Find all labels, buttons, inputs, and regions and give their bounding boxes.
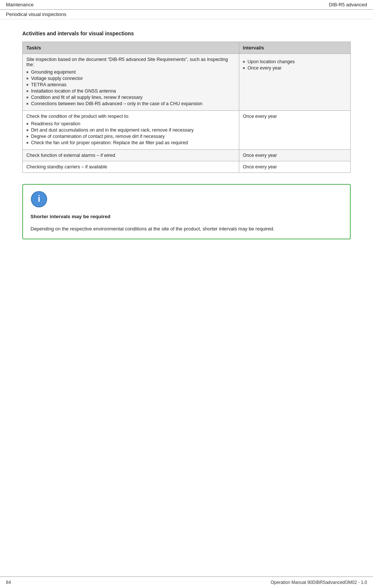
info-box: i Shorter intervals may be required Depe…: [22, 184, 351, 239]
task-list-item: Grounding equipment: [26, 70, 235, 75]
table-row: Site inspection based on the document "D…: [23, 54, 351, 111]
interval-list: Upon location changesOnce every year: [243, 59, 347, 71]
task-list-item: Dirt and dust accumulations on and in th…: [26, 127, 235, 133]
info-icon-wrap: i: [30, 191, 343, 208]
task-list-item: Connections between two DIB-R5 advanced …: [26, 101, 235, 106]
table-cell-task: Site inspection based on the document "D…: [23, 54, 239, 111]
task-list-item: Voltage supply connector: [26, 76, 235, 81]
interval-list-item: Once every year: [243, 65, 347, 71]
breadcrumb: Periodical visual inspections: [0, 10, 373, 19]
col-task-header: Task/s: [23, 42, 239, 54]
info-text: Depending on the respective environmenta…: [30, 225, 343, 233]
task-list-item: Installation location of the GNSS antenn…: [26, 88, 235, 94]
table-cell-interval: Once every year: [239, 150, 350, 161]
task-list: Grounding equipmentVoltage supply connec…: [26, 70, 235, 106]
svg-text:i: i: [38, 194, 40, 204]
table-cell-interval: Once every year: [239, 161, 350, 173]
table-cell-interval: Upon location changesOnce every year: [239, 54, 350, 111]
page-footer: 84 Operation Manual 90DIBR5advancedOM02 …: [0, 576, 373, 588]
info-icon: i: [30, 191, 48, 208]
header-right: DIB-R5 advanced: [329, 2, 367, 7]
footer-page-number: 84: [6, 580, 11, 585]
section-title: Activities and intervals for visual insp…: [22, 30, 351, 36]
interval-list-item: Upon location changes: [243, 59, 347, 64]
table-row: Check the condition of the product with …: [23, 111, 351, 150]
info-title: Shorter intervals may be required: [30, 214, 343, 219]
task-list-item: Degree of contamination of contact pins,…: [26, 134, 235, 139]
footer-doc-info: Operation Manual 90DIBR5advancedOM02 - 1…: [271, 580, 367, 585]
table-header-row: Task/s Interval/s: [23, 42, 351, 54]
table-cell-task: Checking standby carriers – if available: [23, 161, 239, 173]
task-list: Readiness for operationDirt and dust acc…: [26, 121, 235, 145]
table-cell-task: Check the condition of the product with …: [23, 111, 239, 150]
header-left: Maintenance: [6, 2, 33, 7]
table-row: Check function of external alarms – if w…: [23, 150, 351, 161]
task-list-item: TETRA antennas: [26, 82, 235, 87]
page-header: Maintenance DIB-R5 advanced: [0, 0, 373, 10]
table-row: Checking standby carriers – if available…: [23, 161, 351, 173]
table-cell-task: Check function of external alarms – if w…: [23, 150, 239, 161]
task-list-item: Condition and fit of all supply lines, r…: [26, 95, 235, 100]
inspection-table: Task/s Interval/s Site inspection based …: [22, 42, 351, 173]
task-list-item: Readiness for operation: [26, 121, 235, 126]
main-content: Activities and intervals for visual insp…: [0, 19, 373, 254]
col-interval-header: Interval/s: [239, 42, 350, 54]
table-cell-interval: Once every year: [239, 111, 350, 150]
task-list-item: Check the fan unit for proper operation:…: [26, 140, 235, 145]
